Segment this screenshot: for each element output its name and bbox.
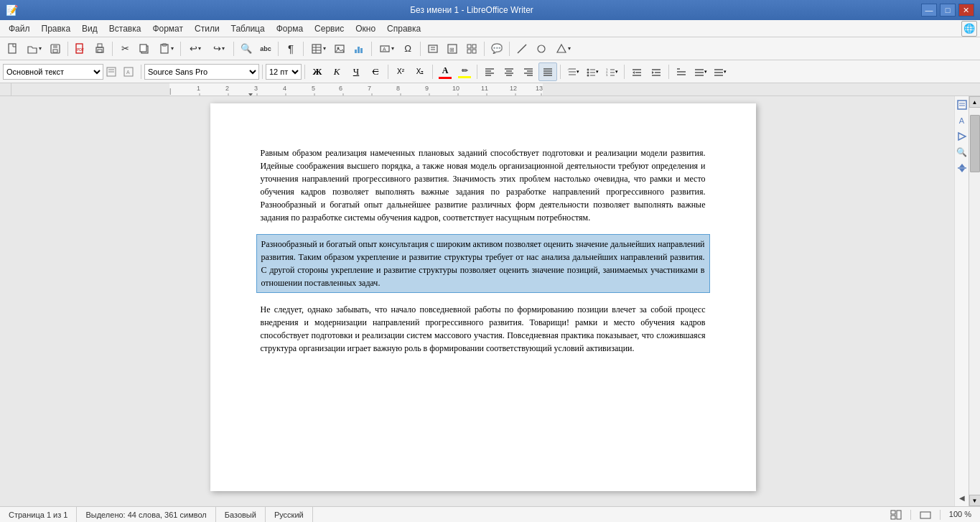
insert-image-button[interactable] [330,39,349,58]
draw-more-button[interactable]: ▾ [551,39,574,58]
undo-button[interactable]: ↩▾ [184,39,207,58]
svg-text:5: 5 [312,85,315,92]
highlight-color-button[interactable]: ✏ [455,62,474,81]
indent-right-button[interactable]: ▾ [711,62,729,81]
style-status[interactable]: Базовый [216,507,266,522]
page-status[interactable]: Страница 1 из 1 [0,507,77,522]
menu-styles[interactable]: Стили [189,22,225,36]
align-justify-button[interactable] [538,62,557,81]
selection-status: Выделено: 44 слова, 361 символ [77,507,215,522]
align-right-button[interactable] [519,62,538,81]
menu-bar: Файл Правка Вид Вставка Формат Стили Таб… [0,20,980,37]
export-pdf-button[interactable]: PDF [71,39,90,58]
indent-left-button[interactable]: ▾ [691,62,710,81]
cut-button[interactable]: ✂ [116,39,134,58]
sidebar-find-icon[interactable]: 🔍 [956,146,968,158]
scroll-track[interactable] [969,108,980,495]
paragraph-style-select[interactable]: Основной текст [3,64,103,80]
scroll-up-button[interactable]: ▲ [969,96,981,108]
indent-decrease-button[interactable] [627,62,646,81]
subscript-button[interactable]: X₂ [411,62,429,81]
format-sep-2 [262,65,263,79]
insert-table-button[interactable]: ▾ [307,39,330,58]
copy-button[interactable] [135,39,154,58]
italic-button[interactable]: К [327,62,346,81]
lang-button[interactable]: 🌐 [961,21,977,37]
list-ordered-button[interactable]: 1.2.3. ▾ [602,62,621,81]
align-center-button[interactable] [500,62,518,81]
svg-text:8: 8 [396,85,400,92]
print-button[interactable] [90,39,109,58]
svg-text:4: 4 [283,85,286,92]
menu-file[interactable]: Файл [3,22,36,36]
insert-special-button[interactable]: Ω [398,39,417,58]
toolbar-more-1[interactable] [424,39,442,58]
paste-button[interactable]: ▾ [154,39,177,58]
format-sep-4 [388,65,388,79]
superscript-button[interactable]: X² [391,62,410,81]
insert-textbox-button[interactable]: A ▾ [375,39,398,58]
font-select[interactable]: Source Sans Pro [144,64,259,80]
zoom-status[interactable]: 100 % [941,510,980,518]
format-sep-7 [560,65,561,79]
font-size-select[interactable]: 12 пт [266,64,302,80]
insert-chart-button[interactable] [350,39,368,58]
paragraph-2-selected[interactable]: Разнообразный и богатый опыт консультаци… [256,234,710,293]
sidebar-font-icon[interactable]: A [956,115,968,126]
new-button[interactable] [3,39,22,58]
underline-button[interactable]: Ч [347,62,365,81]
format-sep-9 [668,65,669,79]
menu-edit[interactable]: Правка [36,22,77,36]
menu-tools[interactable]: Сервис [309,22,350,36]
spellcheck-button[interactable]: abc [256,39,275,58]
scroll-down-button[interactable]: ▼ [969,495,981,506]
toolbar-separator-7 [371,42,372,56]
sidebar-nav-icon[interactable] [956,131,968,142]
menu-format[interactable]: Формат [146,22,189,36]
maximize-button[interactable]: □ [940,4,956,17]
menu-form[interactable]: Форма [271,22,309,36]
svg-rect-131 [920,512,930,518]
sidebar-collapse-icon[interactable]: ◀ [956,492,968,503]
list-unordered-button[interactable]: ▾ [583,62,602,81]
document-area[interactable]: Равным образом реализация намеченных пла… [11,96,954,506]
status-right: 100 % [882,510,980,520]
scroll-thumb[interactable] [970,115,980,172]
language-status[interactable]: Русский [266,507,313,522]
menu-view[interactable]: Вид [76,22,103,36]
toolbar-more-2[interactable]: ⊞ [443,39,462,58]
line-spacing-button[interactable]: ↕ ▾ [564,62,582,81]
comment-button[interactable]: 💬 [487,39,506,58]
paragraph-1[interactable]: Равным образом реализация намеченных пла… [261,146,706,224]
paragraph-marks-button[interactable]: ¶ [281,39,300,58]
menu-help[interactable]: Справка [381,22,426,36]
save-button[interactable] [46,39,65,58]
toolbar-more-3[interactable] [462,39,481,58]
indent-increase-button[interactable] [647,62,666,81]
bold-button[interactable]: Ж [308,62,327,81]
find-button[interactable]: 🔍 [237,39,256,58]
svg-rect-7 [98,44,102,47]
menu-insert[interactable]: Вставка [103,22,147,36]
align-left-button[interactable] [480,62,499,81]
sidebar-expand-icon[interactable] [956,162,968,174]
paragraph-3[interactable]: Не следует, однако забывать, что начало … [261,303,706,355]
minimize-button[interactable]: — [921,4,937,17]
redo-button[interactable]: ↪▾ [207,39,230,58]
draw-shapes-button[interactable] [532,39,551,58]
format-sep-3 [304,65,305,79]
strikethrough-button[interactable]: С [366,62,385,81]
svg-marker-124 [958,133,966,140]
style-icon-button[interactable] [104,62,118,81]
font-color-button[interactable]: A [436,62,454,81]
sidebar-style-icon[interactable] [956,99,968,111]
menu-window[interactable]: Окно [350,22,381,36]
page[interactable]: Равным образом реализация намеченных пла… [210,103,756,491]
close-button[interactable]: ✕ [958,4,974,17]
svg-rect-32 [472,50,476,53]
set-outline-button[interactable] [672,62,691,81]
style-icon2-button[interactable]: A [119,62,138,81]
menu-table[interactable]: Таблица [225,22,271,36]
open-button[interactable]: ▾ [22,39,45,58]
draw-line-button[interactable] [513,39,531,58]
